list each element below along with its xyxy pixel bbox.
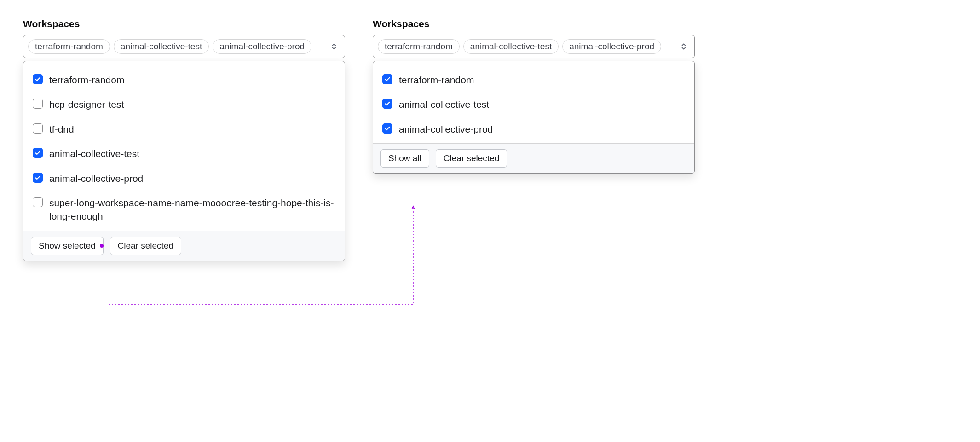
option-label: animal-collective-prod [399, 122, 493, 136]
option-row[interactable]: hcp-designer-test [33, 92, 335, 116]
chevron-up-down-icon[interactable] [680, 42, 688, 51]
option-label: tf-dnd [49, 122, 74, 136]
option-label: super-long-workspace-name-name-mooooree-… [49, 196, 335, 223]
checkbox-unchecked-icon[interactable] [33, 123, 43, 134]
checkbox-unchecked-icon[interactable] [33, 99, 43, 109]
option-row[interactable]: animal-collective-prod [382, 117, 685, 141]
chip[interactable]: animal-collective-test [463, 39, 559, 54]
show-all-button[interactable]: Show all [380, 149, 429, 168]
chip[interactable]: animal-collective-prod [562, 39, 661, 54]
heading: Workspaces [23, 18, 345, 29]
dropdown-footer: Show all Clear selected [373, 143, 694, 173]
clear-selected-button[interactable]: Clear selected [436, 149, 507, 168]
option-row[interactable]: tf-dnd [33, 117, 335, 141]
chip[interactable]: animal-collective-prod [213, 39, 311, 54]
checkbox-checked-icon[interactable] [33, 148, 43, 158]
option-label: animal-collective-test [49, 147, 139, 160]
checkbox-checked-icon[interactable] [382, 99, 392, 109]
chip[interactable]: terraform-random [378, 39, 460, 54]
checkbox-checked-icon[interactable] [382, 123, 392, 134]
option-label: animal-collective-prod [49, 172, 143, 185]
checkbox-unchecked-icon[interactable] [33, 197, 43, 207]
dropdown-footer: Show selected Clear selected [23, 231, 345, 261]
checkbox-checked-icon[interactable] [382, 74, 392, 84]
option-label: terraform-random [49, 73, 124, 87]
option-row[interactable]: animal-collective-test [382, 92, 685, 116]
show-selected-button[interactable]: Show selected [31, 237, 104, 255]
dropdown-panel: terraform-random animal-collective-test … [373, 61, 695, 174]
checkbox-checked-icon[interactable] [33, 74, 43, 84]
selected-chips-box[interactable]: terraform-random animal-collective-test … [23, 35, 345, 58]
connector-dot-icon [100, 244, 104, 248]
option-row[interactable]: super-long-workspace-name-name-mooooree-… [33, 191, 335, 229]
dropdown-panel: terraform-random hcp-designer-test tf-dn… [23, 61, 345, 261]
selected-chips-box[interactable]: terraform-random animal-collective-test … [373, 35, 695, 58]
heading: Workspaces [373, 18, 695, 29]
option-list: terraform-random hcp-designer-test tf-dn… [23, 61, 345, 231]
option-row[interactable]: animal-collective-test [33, 141, 335, 166]
chip[interactable]: terraform-random [28, 39, 110, 54]
option-label: hcp-designer-test [49, 98, 124, 111]
chevron-up-down-icon[interactable] [330, 42, 338, 51]
checkbox-checked-icon[interactable] [33, 173, 43, 183]
option-row[interactable]: terraform-random [382, 68, 685, 92]
clear-selected-button[interactable]: Clear selected [110, 237, 181, 255]
option-label: animal-collective-test [399, 98, 489, 111]
workspace-selector-left: Workspaces terraform-random animal-colle… [23, 18, 345, 261]
option-row[interactable]: animal-collective-prod [33, 166, 335, 191]
workspace-selector-right: Workspaces terraform-random animal-colle… [373, 18, 695, 174]
option-row[interactable]: terraform-random [33, 68, 335, 92]
option-label: terraform-random [399, 73, 474, 87]
option-list: terraform-random animal-collective-test … [373, 61, 694, 143]
chip[interactable]: animal-collective-test [114, 39, 209, 54]
